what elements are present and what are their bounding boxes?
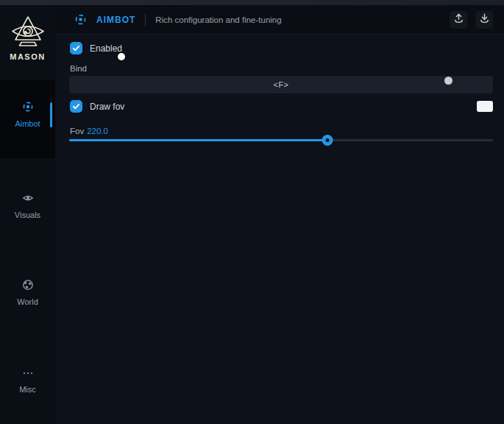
globe-icon (22, 279, 34, 291)
app-window: MASON Aimbot Visuals (0, 0, 504, 424)
enabled-label: Enabled (90, 43, 122, 54)
fov-slider-handle[interactable] (322, 135, 333, 146)
header-divider (145, 14, 146, 26)
crosshair-icon (74, 13, 87, 26)
fov-slider-fill (69, 139, 327, 141)
check-icon (72, 100, 80, 113)
upload-icon (452, 12, 465, 27)
bind-value: <F> (273, 80, 288, 89)
import-config-button[interactable] (475, 11, 493, 29)
mouse-cursor-dot (118, 53, 125, 60)
ellipsis-icon (22, 368, 34, 380)
page-title: AIMBOT (96, 15, 135, 25)
sidebar-item-label: World (0, 297, 55, 306)
enabled-checkbox[interactable] (70, 42, 82, 54)
brand-name: MASON (0, 52, 55, 61)
sidebar-item-aimbot[interactable]: Aimbot (0, 101, 55, 128)
download-icon (478, 12, 491, 27)
sidebar-item-label: Visuals (0, 211, 55, 219)
bind-input[interactable]: <F> (69, 76, 493, 93)
export-config-button[interactable] (450, 11, 467, 29)
draw-fov-label: Draw fov (90, 102, 124, 112)
page-subtitle: Rich configuration and fine-tuning (155, 15, 281, 24)
sidebar-item-world[interactable]: World (0, 279, 55, 306)
sidebar-item-label: Misc (0, 385, 55, 394)
fov-slider[interactable] (69, 134, 493, 146)
pyramid-eye-logo-icon (0, 15, 55, 50)
sidebar-item-visuals[interactable]: Visuals (0, 192, 55, 219)
crosshair-icon (22, 101, 34, 113)
check-icon (72, 42, 80, 55)
page-header: AIMBOT Rich configuration and fine-tunin… (55, 5, 504, 35)
sidebar: MASON Aimbot Visuals (0, 5, 55, 424)
bind-label: Bind (70, 64, 87, 73)
sidebar-item-misc[interactable]: Misc (0, 368, 55, 394)
fov-color-swatch[interactable] (477, 101, 493, 112)
sidebar-item-label: Aimbot (0, 119, 55, 128)
main-panel: AIMBOT Rich configuration and fine-tunin… (55, 5, 504, 424)
draw-fov-checkbox[interactable] (70, 100, 82, 113)
window-title-strip (0, 0, 504, 5)
secondary-cursor-dot (444, 77, 452, 85)
eye-icon (22, 192, 34, 204)
brand-logo: MASON (0, 15, 55, 61)
